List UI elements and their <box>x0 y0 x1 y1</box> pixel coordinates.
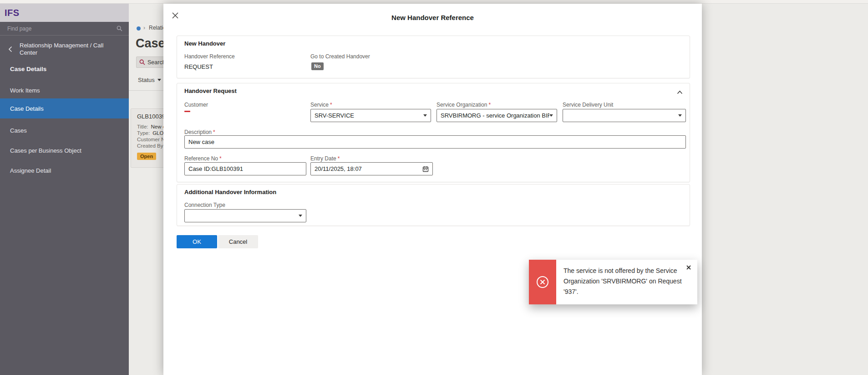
service-organization-label: Service Organization* <box>437 102 491 108</box>
app-logo-bar: IFS <box>0 4 129 22</box>
find-page-search[interactable]: Find page <box>0 22 129 36</box>
close-icon[interactable] <box>685 263 693 272</box>
sidebar-item-assignee-detail[interactable]: Assignee Detail <box>0 162 129 179</box>
service-label: Service* <box>310 102 332 108</box>
handover-reference-value: REQUEST <box>184 63 213 70</box>
breadcrumb-separator-icon: › <box>143 25 145 31</box>
section-title: Additional Handover Information <box>184 189 276 195</box>
chevron-down-icon <box>299 215 302 217</box>
case-title-row: Title:New c <box>137 124 165 129</box>
section-title: Handover Request <box>184 87 237 94</box>
dialog-title: New Handover Reference <box>163 14 702 21</box>
chevron-down-icon <box>157 79 161 81</box>
calendar-icon[interactable] <box>422 166 429 172</box>
section-title: New Handover <box>184 40 225 47</box>
new-handover-section: New Handover Handover Reference Go to Cr… <box>177 36 690 78</box>
service-delivery-unit-select[interactable] <box>563 109 686 122</box>
search-icon <box>117 26 122 31</box>
description-input[interactable]: New case <box>184 135 686 149</box>
sidebar-item-work-items[interactable]: Work Items <box>0 82 129 98</box>
chevron-down-icon <box>678 114 682 117</box>
connection-type-label: Connection Type <box>184 202 225 208</box>
find-page-placeholder: Find page <box>7 26 31 32</box>
new-handover-reference-dialog: New Handover Reference New Handover Hand… <box>163 4 702 375</box>
chevron-left-icon <box>8 46 12 52</box>
sidebar-item-cases[interactable]: Cases <box>0 122 129 139</box>
cancel-button[interactable]: Cancel <box>218 235 258 248</box>
sidebar: IFS Find page Relationship Management / … <box>0 4 129 375</box>
case-type-row: Type:GLOB <box>137 130 167 136</box>
go-to-created-handover-label: Go to Created Handover <box>310 53 370 60</box>
additional-handover-information-section: Additional Handover Information Connecti… <box>177 184 690 226</box>
service-organization-select[interactable]: SRVBIRMORG - service Organization BIRM <box>437 109 557 122</box>
toast-severity-strip <box>529 260 556 304</box>
entry-date-label: Entry Date* <box>310 155 340 162</box>
sidebar-back[interactable]: Relationship Management / Call Center <box>0 38 129 60</box>
chevron-down-icon <box>549 114 553 117</box>
service-delivery-unit-label: Service Delivery Unit <box>563 102 613 108</box>
reference-no-label: Reference No* <box>184 155 222 162</box>
sidebar-item-cases-per-business-object[interactable]: Cases per Business Object <box>0 142 129 159</box>
breadcrumb-dot-icon <box>137 26 141 31</box>
error-toast: The service is not offered by the Servic… <box>529 260 697 304</box>
chevron-down-icon <box>423 114 427 117</box>
service-select[interactable]: SRV-SERVICE <box>310 109 431 122</box>
handover-request-section: Handover Request Customer Service* Servi… <box>177 83 690 182</box>
search-button-label: Search <box>147 59 166 66</box>
connection-type-select[interactable] <box>184 209 306 222</box>
customer-label: Customer <box>184 102 208 108</box>
go-to-created-handover-toggle[interactable]: No <box>311 62 324 70</box>
top-strip <box>0 0 868 4</box>
entry-date-input[interactable]: 20/11/2025, 18:07 <box>310 162 433 175</box>
reference-no-input[interactable]: Case ID:GLB100391 <box>184 162 306 175</box>
status-filter[interactable]: Status <box>138 77 161 83</box>
sidebar-item-case-details[interactable]: Case Details <box>0 98 129 118</box>
case-customer-row: Customer N <box>137 137 165 142</box>
description-label: Description* <box>184 129 215 135</box>
status-filter-label: Status <box>138 77 155 83</box>
case-id: GLB10039 <box>137 113 165 120</box>
status-badge: Open <box>137 153 156 160</box>
handover-reference-label: Handover Reference <box>184 53 235 60</box>
search-icon <box>139 59 145 65</box>
screen: IFS Find page Relationship Management / … <box>0 0 868 375</box>
customer-required-indicator <box>184 111 190 112</box>
ok-button[interactable]: OK <box>177 235 217 248</box>
page-title: Case <box>136 36 165 51</box>
sidebar-section-title: Case Details <box>0 63 129 75</box>
back-label: Relationship Management / Call Center <box>20 42 111 57</box>
ifs-logo: IFS <box>5 8 20 18</box>
toast-message: The service is not offered by the Servic… <box>556 260 697 304</box>
collapse-section-button[interactable] <box>675 87 684 97</box>
error-icon <box>536 275 549 289</box>
case-created-by-row: Created By: <box>137 143 165 149</box>
